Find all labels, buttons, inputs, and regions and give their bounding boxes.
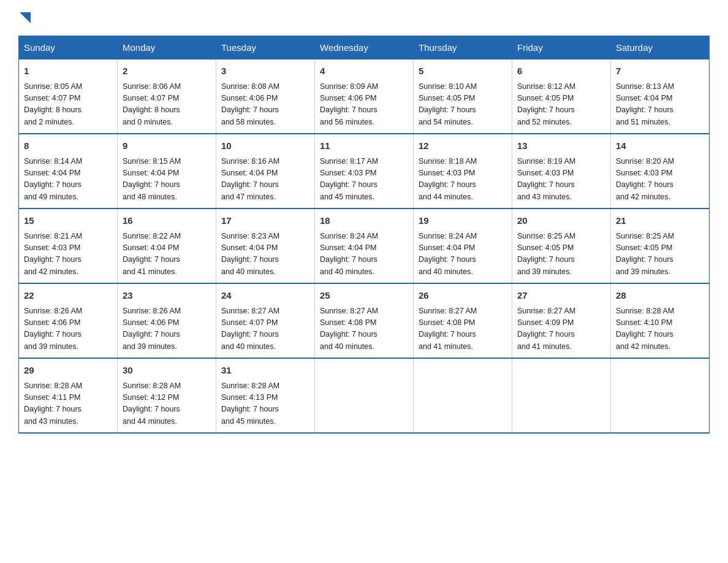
calendar-cell: 3Sunrise: 8:08 AMSunset: 4:06 PMDaylight… xyxy=(216,59,315,134)
header-wednesday: Wednesday xyxy=(315,36,414,59)
day-info: Sunrise: 8:12 AMSunset: 4:05 PMDaylight:… xyxy=(517,81,605,129)
day-info: Sunrise: 8:21 AMSunset: 4:03 PMDaylight:… xyxy=(24,231,112,278)
day-number: 1 xyxy=(24,64,112,79)
day-number: 9 xyxy=(123,139,211,153)
day-info: Sunrise: 8:09 AMSunset: 4:06 PMDaylight:… xyxy=(320,81,408,129)
day-number: 17 xyxy=(221,214,309,228)
day-number: 2 xyxy=(123,64,211,79)
header-monday: Monday xyxy=(118,36,216,59)
calendar-cell: 15Sunrise: 8:21 AMSunset: 4:03 PMDayligh… xyxy=(19,209,118,283)
calendar-cell: 20Sunrise: 8:25 AMSunset: 4:05 PMDayligh… xyxy=(512,209,611,283)
day-number: 30 xyxy=(123,364,211,378)
calendar-cell: 24Sunrise: 8:27 AMSunset: 4:07 PMDayligh… xyxy=(216,283,315,358)
calendar-cell: 2Sunrise: 8:06 AMSunset: 4:07 PMDaylight… xyxy=(118,59,216,134)
day-number: 26 xyxy=(419,289,507,303)
calendar-week-row: 1Sunrise: 8:05 AMSunset: 4:07 PMDaylight… xyxy=(19,59,710,134)
calendar-cell: 22Sunrise: 8:26 AMSunset: 4:06 PMDayligh… xyxy=(19,283,118,358)
day-number: 16 xyxy=(123,214,211,228)
day-info: Sunrise: 8:28 AMSunset: 4:12 PMDaylight:… xyxy=(123,380,211,428)
calendar-cell: 8Sunrise: 8:14 AMSunset: 4:04 PMDaylight… xyxy=(19,134,118,209)
calendar-cell: 23Sunrise: 8:26 AMSunset: 4:06 PMDayligh… xyxy=(118,283,216,358)
day-number: 14 xyxy=(616,139,704,153)
day-info: Sunrise: 8:27 AMSunset: 4:08 PMDaylight:… xyxy=(320,305,408,353)
day-number: 22 xyxy=(24,289,112,303)
day-number: 18 xyxy=(320,214,408,228)
calendar-cell: 25Sunrise: 8:27 AMSunset: 4:08 PMDayligh… xyxy=(315,283,414,358)
day-number: 29 xyxy=(24,364,112,378)
day-number: 10 xyxy=(221,139,309,153)
day-number: 8 xyxy=(24,139,112,153)
calendar-cell: 21Sunrise: 8:25 AMSunset: 4:05 PMDayligh… xyxy=(611,209,710,283)
day-info: Sunrise: 8:17 AMSunset: 4:03 PMDaylight:… xyxy=(320,156,408,204)
day-number: 11 xyxy=(320,139,408,153)
day-info: Sunrise: 8:06 AMSunset: 4:07 PMDaylight:… xyxy=(123,81,211,129)
calendar-week-row: 15Sunrise: 8:21 AMSunset: 4:03 PMDayligh… xyxy=(19,209,710,283)
calendar-header-row: SundayMondayTuesdayWednesdayThursdayFrid… xyxy=(19,36,710,59)
header-tuesday: Tuesday xyxy=(216,36,315,59)
calendar-cell: 13Sunrise: 8:19 AMSunset: 4:03 PMDayligh… xyxy=(512,134,611,209)
calendar-cell: 6Sunrise: 8:12 AMSunset: 4:05 PMDaylight… xyxy=(512,59,611,134)
day-number: 20 xyxy=(517,214,605,228)
day-info: Sunrise: 8:13 AMSunset: 4:04 PMDaylight:… xyxy=(616,81,704,129)
day-number: 31 xyxy=(221,364,309,378)
calendar-cell: 29Sunrise: 8:28 AMSunset: 4:11 PMDayligh… xyxy=(19,358,118,433)
calendar-cell: 14Sunrise: 8:20 AMSunset: 4:03 PMDayligh… xyxy=(611,134,710,209)
calendar-cell xyxy=(611,358,710,433)
calendar-cell: 26Sunrise: 8:27 AMSunset: 4:08 PMDayligh… xyxy=(414,283,512,358)
day-info: Sunrise: 8:23 AMSunset: 4:04 PMDaylight:… xyxy=(221,231,309,278)
calendar-week-row: 22Sunrise: 8:26 AMSunset: 4:06 PMDayligh… xyxy=(19,283,710,358)
day-info: Sunrise: 8:28 AMSunset: 4:13 PMDaylight:… xyxy=(221,380,309,428)
calendar-cell: 10Sunrise: 8:16 AMSunset: 4:04 PMDayligh… xyxy=(216,134,315,209)
day-number: 13 xyxy=(517,139,605,153)
logo-triangle-icon xyxy=(20,12,31,23)
day-number: 21 xyxy=(616,214,704,228)
calendar-cell: 4Sunrise: 8:09 AMSunset: 4:06 PMDaylight… xyxy=(315,59,414,134)
day-info: Sunrise: 8:25 AMSunset: 4:05 PMDaylight:… xyxy=(616,231,704,278)
day-info: Sunrise: 8:15 AMSunset: 4:04 PMDaylight:… xyxy=(123,156,211,204)
calendar-cell xyxy=(512,358,611,433)
calendar-table: SundayMondayTuesdayWednesdayThursdayFrid… xyxy=(18,36,710,434)
day-info: Sunrise: 8:14 AMSunset: 4:04 PMDaylight:… xyxy=(24,156,112,204)
calendar-cell: 17Sunrise: 8:23 AMSunset: 4:04 PMDayligh… xyxy=(216,209,315,283)
svg-marker-0 xyxy=(20,12,31,23)
day-info: Sunrise: 8:22 AMSunset: 4:04 PMDaylight:… xyxy=(123,231,211,278)
calendar-cell: 31Sunrise: 8:28 AMSunset: 4:13 PMDayligh… xyxy=(216,358,315,433)
calendar-cell: 28Sunrise: 8:28 AMSunset: 4:10 PMDayligh… xyxy=(611,283,710,358)
day-info: Sunrise: 8:27 AMSunset: 4:08 PMDaylight:… xyxy=(419,305,507,353)
day-number: 6 xyxy=(517,64,605,79)
day-info: Sunrise: 8:25 AMSunset: 4:05 PMDaylight:… xyxy=(517,231,605,278)
day-info: Sunrise: 8:26 AMSunset: 4:06 PMDaylight:… xyxy=(123,305,211,353)
day-info: Sunrise: 8:19 AMSunset: 4:03 PMDaylight:… xyxy=(517,156,605,204)
calendar-cell: 9Sunrise: 8:15 AMSunset: 4:04 PMDaylight… xyxy=(118,134,216,209)
header-sunday: Sunday xyxy=(19,36,118,59)
calendar-cell: 5Sunrise: 8:10 AMSunset: 4:05 PMDaylight… xyxy=(414,59,512,134)
calendar-cell: 18Sunrise: 8:24 AMSunset: 4:04 PMDayligh… xyxy=(315,209,414,283)
day-info: Sunrise: 8:26 AMSunset: 4:06 PMDaylight:… xyxy=(24,305,112,353)
day-number: 15 xyxy=(24,214,112,228)
day-number: 19 xyxy=(419,214,507,228)
day-number: 25 xyxy=(320,289,408,303)
day-number: 4 xyxy=(320,64,408,79)
calendar-cell: 7Sunrise: 8:13 AMSunset: 4:04 PMDaylight… xyxy=(611,59,710,134)
logo xyxy=(18,12,31,23)
header-thursday: Thursday xyxy=(414,36,512,59)
header-saturday: Saturday xyxy=(611,36,710,59)
calendar-cell: 19Sunrise: 8:24 AMSunset: 4:04 PMDayligh… xyxy=(414,209,512,283)
day-info: Sunrise: 8:28 AMSunset: 4:10 PMDaylight:… xyxy=(616,305,704,353)
calendar-cell: 1Sunrise: 8:05 AMSunset: 4:07 PMDaylight… xyxy=(19,59,118,134)
day-number: 5 xyxy=(419,64,507,79)
calendar-cell xyxy=(414,358,512,433)
day-info: Sunrise: 8:08 AMSunset: 4:06 PMDaylight:… xyxy=(221,81,309,129)
day-number: 24 xyxy=(221,289,309,303)
day-number: 12 xyxy=(419,139,507,153)
day-number: 3 xyxy=(221,64,309,79)
calendar-week-row: 8Sunrise: 8:14 AMSunset: 4:04 PMDaylight… xyxy=(19,134,710,209)
calendar-week-row: 29Sunrise: 8:28 AMSunset: 4:11 PMDayligh… xyxy=(19,358,710,433)
day-info: Sunrise: 8:18 AMSunset: 4:03 PMDaylight:… xyxy=(419,156,507,204)
calendar-cell xyxy=(315,358,414,433)
day-info: Sunrise: 8:16 AMSunset: 4:04 PMDaylight:… xyxy=(221,156,309,204)
day-info: Sunrise: 8:10 AMSunset: 4:05 PMDaylight:… xyxy=(419,81,507,129)
day-info: Sunrise: 8:05 AMSunset: 4:07 PMDaylight:… xyxy=(24,81,112,129)
calendar-cell: 12Sunrise: 8:18 AMSunset: 4:03 PMDayligh… xyxy=(414,134,512,209)
day-info: Sunrise: 8:24 AMSunset: 4:04 PMDaylight:… xyxy=(320,231,408,278)
